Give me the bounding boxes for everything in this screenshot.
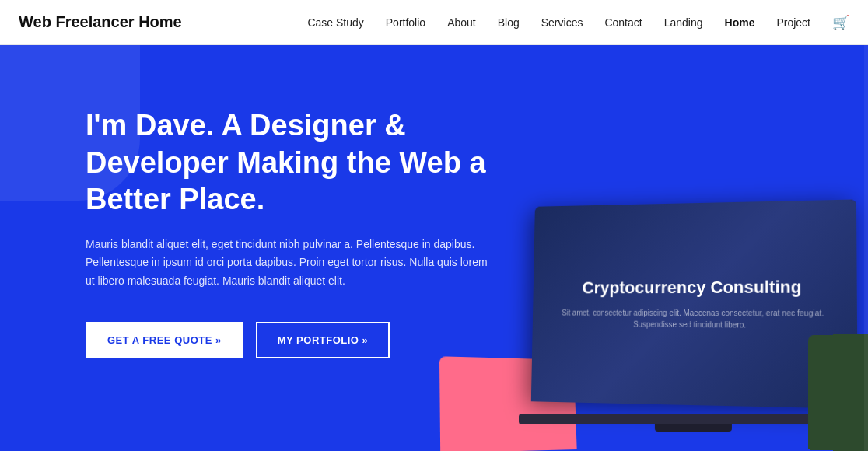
nav-link-blog[interactable]: Blog xyxy=(498,16,520,29)
hero-title: I'm Dave. A Designer & Developer Making … xyxy=(86,107,521,219)
nav-item-services[interactable]: Services xyxy=(541,16,583,30)
nav-link-case-study[interactable]: Case Study xyxy=(307,16,363,29)
get-quote-button[interactable]: GET A FREE QUOTE » xyxy=(86,322,243,358)
screen-subtitle: Sit amet, consectetur adipiscing elit. M… xyxy=(547,307,841,331)
portfolio-button[interactable]: MY PORTFOLIO » xyxy=(256,322,390,358)
nav-item-portfolio[interactable]: Portfolio xyxy=(386,16,425,30)
bg-bar-decoration xyxy=(864,45,868,451)
brand-logo[interactable]: Web Freelancer Home xyxy=(19,13,182,31)
laptop-stand xyxy=(655,424,732,432)
nav-item-project[interactable]: Project xyxy=(776,16,810,30)
nav-link-project[interactable]: Project xyxy=(776,16,810,29)
nav-link-services[interactable]: Services xyxy=(541,16,583,29)
screen-title: Cryptocurrency Consulting xyxy=(548,275,841,300)
nav-link-home[interactable]: Home xyxy=(725,16,755,29)
nav-item-blog[interactable]: Blog xyxy=(498,16,520,30)
nav-item-contact[interactable]: Contact xyxy=(604,16,642,30)
nav-item-cart[interactable]: 🛒 xyxy=(832,14,849,31)
navbar: Web Freelancer Home Case Study Portfolio… xyxy=(0,0,868,45)
hero-buttons: GET A FREE QUOTE » MY PORTFOLIO » xyxy=(86,322,521,358)
hero-subtitle: Mauris blandit aliquet elit, eget tincid… xyxy=(86,236,490,291)
nav-item-home[interactable]: Home xyxy=(725,16,755,30)
nav-link-about[interactable]: About xyxy=(447,16,476,29)
nav-item-about[interactable]: About xyxy=(447,16,476,30)
nav-link-landing[interactable]: Landing xyxy=(664,16,703,29)
nav-item-landing[interactable]: Landing xyxy=(664,16,703,30)
hero-content: I'm Dave. A Designer & Developer Making … xyxy=(86,107,521,358)
nav-link-portfolio[interactable]: Portfolio xyxy=(386,16,425,29)
nav-links: Case Study Portfolio About Blog Services… xyxy=(307,14,849,31)
card-dark-decoration xyxy=(808,333,868,451)
nav-item-case-study[interactable]: Case Study xyxy=(307,16,363,30)
nav-link-contact[interactable]: Contact xyxy=(604,16,642,29)
cart-icon[interactable]: 🛒 xyxy=(832,15,849,30)
screen-content: Cryptocurrency Consulting Sit amet, cons… xyxy=(547,275,841,332)
hero-section: I'm Dave. A Designer & Developer Making … xyxy=(0,45,868,451)
